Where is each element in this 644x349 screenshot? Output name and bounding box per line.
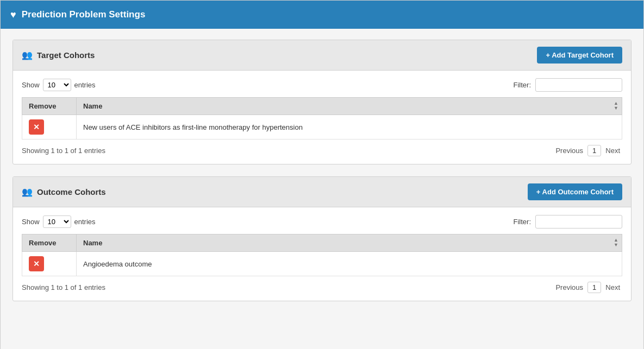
outcome-col-remove: Remove [22, 234, 77, 252]
outcome-row-name-cell: Angioedema outcome [77, 252, 622, 276]
target-cohorts-body: Show 10 25 50 100 entries Filter: [13, 71, 631, 164]
outcome-cohorts-table: Remove Name ▲▼ ✕ Angioedema ou [22, 234, 622, 276]
target-col-name: Name ▲▼ [77, 98, 622, 115]
outcome-cohorts-header: 👥 Outcome Cohorts + Add Outcome Cohort [13, 177, 631, 207]
header-icon: ♥ [10, 9, 16, 21]
target-row-name-cell: New users of ACE inhibitors as first-lin… [77, 115, 622, 139]
target-filter-input[interactable] [535, 78, 622, 92]
outcome-col-name: Name ▲▼ [77, 234, 622, 252]
target-entries-select[interactable]: 10 25 50 100 [43, 79, 71, 91]
outcome-cohorts-icon: 👥 [22, 187, 33, 197]
outcome-cohorts-tbody: ✕ Angioedema outcome [22, 252, 622, 276]
outcome-entries-select[interactable]: 10 25 50 100 [43, 215, 71, 228]
outcome-next-button[interactable]: Next [603, 282, 622, 293]
outcome-entries-label: entries [74, 218, 96, 226]
target-row-remove-cell: ✕ [22, 115, 77, 139]
target-filter-label: Filter: [514, 81, 532, 89]
target-prev-button[interactable]: Previous [553, 145, 585, 156]
target-table-header-row: Remove Name ▲▼ [22, 98, 622, 115]
outcome-table-header-row: Remove Name ▲▼ [22, 234, 622, 252]
target-page-num: 1 [587, 145, 601, 156]
target-cohorts-table: Remove Name ▲▼ ✕ New users of [22, 97, 622, 139]
target-next-button[interactable]: Next [603, 145, 622, 156]
outcome-cohorts-panel: 👥 Outcome Cohorts + Add Outcome Cohort S… [12, 176, 632, 301]
outcome-show-label: Show [22, 218, 40, 226]
outcome-showing-text: Showing 1 to 1 of 1 entries [22, 283, 105, 291]
outcome-row-remove-cell: ✕ [22, 252, 77, 276]
target-cohorts-header: 👥 Target Cohorts + Add Target Cohort [13, 40, 631, 71]
table-row: ✕ Angioedema outcome [22, 252, 622, 276]
target-pagination: Previous 1 Next [553, 145, 622, 156]
outcome-pagination: Previous 1 Next [553, 282, 622, 293]
target-showing-text: Showing 1 to 1 of 1 entries [22, 147, 105, 155]
page-content: 👥 Target Cohorts + Add Target Cohort Sho… [1, 29, 643, 349]
add-target-cohort-button[interactable]: + Add Target Cohort [537, 47, 622, 64]
target-filter-section: Filter: [514, 78, 623, 92]
target-cohorts-icon: 👥 [22, 50, 33, 60]
table-row: ✕ New users of ACE inhibitors as first-l… [22, 115, 622, 139]
page-title: Prediction Problem Settings [22, 9, 146, 20]
target-entries-label: entries [74, 81, 96, 89]
target-show-label: Show [22, 81, 40, 89]
remove-outcome-cohort-button[interactable]: ✕ [29, 256, 44, 271]
target-cohorts-title: 👥 Target Cohorts [22, 50, 95, 60]
target-cohorts-panel: 👥 Target Cohorts + Add Target Cohort Sho… [12, 40, 632, 164]
target-cohorts-controls: Show 10 25 50 100 entries Filter: [22, 78, 622, 92]
target-cohorts-tbody: ✕ New users of ACE inhibitors as first-l… [22, 115, 622, 139]
outcome-cohorts-show-entries: Show 10 25 50 100 entries [22, 215, 96, 228]
add-outcome-cohort-button[interactable]: + Add Outcome Cohort [528, 183, 622, 200]
target-cohorts-footer: Showing 1 to 1 of 1 entries Previous 1 N… [22, 145, 622, 156]
outcome-filter-input[interactable] [535, 215, 622, 229]
outcome-page-num: 1 [587, 282, 601, 293]
outcome-filter-section: Filter: [514, 215, 623, 229]
outcome-prev-button[interactable]: Previous [553, 282, 585, 293]
outcome-name-sort-icon: ▲▼ [614, 238, 618, 249]
outcome-cohorts-footer: Showing 1 to 1 of 1 entries Previous 1 N… [22, 282, 622, 293]
outcome-filter-label: Filter: [514, 218, 532, 226]
remove-target-cohort-button[interactable]: ✕ [29, 119, 44, 135]
outcome-cohorts-title: 👥 Outcome Cohorts [22, 187, 106, 197]
outcome-cohorts-controls: Show 10 25 50 100 entries Filter: [22, 215, 622, 229]
outcome-cohorts-title-text: Outcome Cohorts [37, 187, 106, 196]
page-header: ♥ Prediction Problem Settings [1, 1, 643, 29]
target-cohorts-show-entries: Show 10 25 50 100 entries [22, 79, 96, 91]
app-wrapper: ♥ Prediction Problem Settings 👥 Target C… [0, 0, 644, 349]
outcome-cohorts-body: Show 10 25 50 100 entries Filter: [13, 207, 631, 301]
name-sort-icon: ▲▼ [614, 101, 618, 112]
target-cohorts-title-text: Target Cohorts [37, 50, 95, 60]
target-col-remove: Remove [22, 98, 77, 115]
